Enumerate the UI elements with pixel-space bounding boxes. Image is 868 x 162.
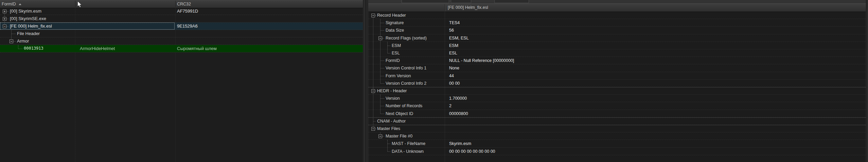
record-row-13[interactable]: Number of Records2 bbox=[368, 102, 866, 110]
expander-glyph-bar bbox=[372, 91, 374, 91]
record-row-19[interactable]: DATA - Unknown00 00 00 00 00 00 00 00 bbox=[368, 148, 866, 155]
record-row-10[interactable]: Version Control Info 200 00 bbox=[368, 80, 866, 87]
record-row-14[interactable]: Next Object ID00000800 bbox=[368, 110, 866, 117]
record-field-label: Record Header bbox=[377, 12, 406, 19]
record-field-label: ESM bbox=[392, 42, 401, 49]
tree-guide-line bbox=[373, 15, 373, 129]
tree-row-4[interactable]: File Header bbox=[0, 30, 363, 37]
record-field-label: Master Files bbox=[377, 125, 400, 132]
tree-guide-line bbox=[382, 38, 384, 38]
tree-guide-line bbox=[12, 34, 16, 34]
tree-row-2[interactable]: [00] SkyrimSE.exe bbox=[0, 15, 363, 22]
tree-guide-line bbox=[6, 11, 8, 12]
tree-guide-line bbox=[388, 151, 390, 152]
tree-guide-line bbox=[375, 91, 376, 91]
tree-guide-line bbox=[380, 68, 384, 68]
record-row-12[interactable]: Version1.700000 bbox=[368, 95, 866, 102]
record-field-label: Signature bbox=[386, 19, 404, 27]
expand-plus-icon[interactable] bbox=[3, 17, 6, 21]
record-row-7[interactable]: FormIDNULL - Null Reference [00000000] bbox=[368, 57, 866, 64]
mouse-cursor-icon bbox=[77, 1, 82, 8]
record-field-value: 1.700000 bbox=[449, 95, 467, 102]
tree-rows-container: [00] Skyrim.esmAF75991D[00] SkyrimSE.exe… bbox=[0, 0, 363, 162]
record-row-18[interactable]: MAST - FileNameSkyrim.esm bbox=[368, 140, 866, 147]
tree-guide-line bbox=[18, 45, 18, 49]
record-field-value: 00 00 00 00 00 00 00 00 bbox=[449, 148, 495, 155]
tree-guide-line bbox=[388, 46, 390, 46]
record-field-value: 56 bbox=[449, 27, 454, 34]
tree-guide-line bbox=[375, 129, 376, 129]
tree-guide-line bbox=[18, 49, 22, 49]
tree-guide-line bbox=[13, 41, 16, 42]
record-field-value: ESL bbox=[449, 49, 457, 57]
record-row-17[interactable]: Master File #0 bbox=[368, 132, 866, 140]
tree-row-1[interactable]: [00] Skyrim.esmAF75991D bbox=[0, 7, 363, 15]
collapse-minus-icon[interactable] bbox=[378, 134, 382, 138]
record-field-label: Data Size bbox=[386, 27, 404, 34]
tree-guide-line bbox=[380, 106, 384, 106]
tree-row-editorid: ArmorHideHelmet bbox=[80, 45, 115, 52]
expander-glyph-bar bbox=[4, 11, 5, 12]
record-row-9[interactable]: Form Version44 bbox=[368, 72, 866, 80]
tree-guide-line bbox=[6, 19, 8, 19]
selection-focus-outline bbox=[0, 22, 175, 30]
expander-glyph-bar bbox=[11, 41, 12, 42]
tree-guide-line bbox=[373, 121, 376, 122]
record-view-panel: [FE 000] Helm_fix.esl Record HeaderSigna… bbox=[368, 0, 866, 162]
expander-glyph-bar bbox=[372, 129, 374, 129]
expander-glyph-bar bbox=[372, 15, 374, 16]
panel-splitter[interactable] bbox=[363, 0, 368, 162]
tree-row-6[interactable]: 00013913ArmorHideHelmetСыромятный шлем bbox=[0, 45, 363, 52]
record-row-15[interactable]: CNAM - Author bbox=[368, 117, 866, 125]
collapse-minus-icon[interactable] bbox=[10, 39, 13, 43]
tree-guide-line bbox=[382, 136, 384, 136]
record-field-label: MAST - FileName bbox=[392, 140, 425, 147]
record-row-11[interactable]: HEDR - Header bbox=[368, 87, 866, 95]
tree-guide-line bbox=[387, 140, 388, 151]
record-row-8[interactable]: Version Control Info 1None bbox=[368, 64, 866, 72]
record-field-label: Version Control Info 1 bbox=[386, 64, 426, 72]
tree-row-crc-or-name: Сыромятный шлем bbox=[177, 45, 217, 52]
record-row-3[interactable]: Data Size56 bbox=[368, 27, 866, 34]
record-rows-container: Record HeaderSignatureTES4Data Size56Rec… bbox=[368, 0, 866, 162]
record-field-value: 44 bbox=[449, 72, 454, 80]
record-field-label: Master File #0 bbox=[386, 132, 412, 140]
record-row-6[interactable]: ESLESL bbox=[368, 49, 866, 57]
tree-guide-line bbox=[380, 19, 380, 83]
record-row-1[interactable]: Record Header bbox=[368, 12, 866, 19]
record-row-4[interactable]: Record Flags (sorted)ESM, ESL bbox=[368, 34, 866, 42]
record-field-label: Next Object ID bbox=[386, 110, 413, 117]
record-field-label: FormID bbox=[386, 57, 400, 64]
collapse-minus-icon[interactable] bbox=[371, 127, 375, 131]
tree-guide-line bbox=[380, 98, 384, 99]
record-field-value: None bbox=[449, 64, 459, 72]
tree-row-label: Armor bbox=[17, 37, 29, 45]
record-field-label: CNAM - Author bbox=[377, 117, 406, 125]
record-field-value: 00 00 bbox=[449, 80, 460, 87]
record-row-5[interactable]: ESMESM bbox=[368, 42, 866, 49]
record-row-2[interactable]: SignatureTES4 bbox=[368, 19, 866, 27]
expander-glyph-bar bbox=[379, 136, 381, 136]
tree-row-5[interactable]: Armor bbox=[0, 37, 363, 45]
record-field-label: Record Flags (sorted) bbox=[386, 34, 427, 42]
tree-guide-line bbox=[380, 23, 384, 23]
record-row-16[interactable]: Master Files bbox=[368, 125, 866, 132]
collapse-minus-icon[interactable] bbox=[371, 89, 375, 93]
splitter-groove bbox=[365, 0, 365, 162]
collapse-minus-icon[interactable] bbox=[371, 14, 375, 17]
tree-row-label: File Header bbox=[17, 30, 40, 37]
tree-guide-line bbox=[368, 125, 866, 125]
collapse-minus-icon[interactable] bbox=[378, 36, 382, 40]
tree-guide-line bbox=[380, 114, 384, 114]
record-field-label: Version bbox=[386, 95, 400, 102]
tree-row-label: [00] Skyrim.esm bbox=[10, 7, 41, 15]
record-field-label: HEDR - Header bbox=[377, 87, 407, 95]
record-field-value: Skyrim.esm bbox=[449, 140, 471, 147]
record-field-value: 00000800 bbox=[449, 110, 468, 117]
tree-guide-line bbox=[388, 53, 390, 53]
record-field-value: ESM bbox=[449, 42, 458, 49]
expand-plus-icon[interactable] bbox=[3, 10, 6, 13]
tree-guide-line bbox=[388, 144, 390, 144]
tree-row-label: 00013913 bbox=[24, 45, 43, 52]
record-field-value: 2 bbox=[449, 102, 451, 110]
